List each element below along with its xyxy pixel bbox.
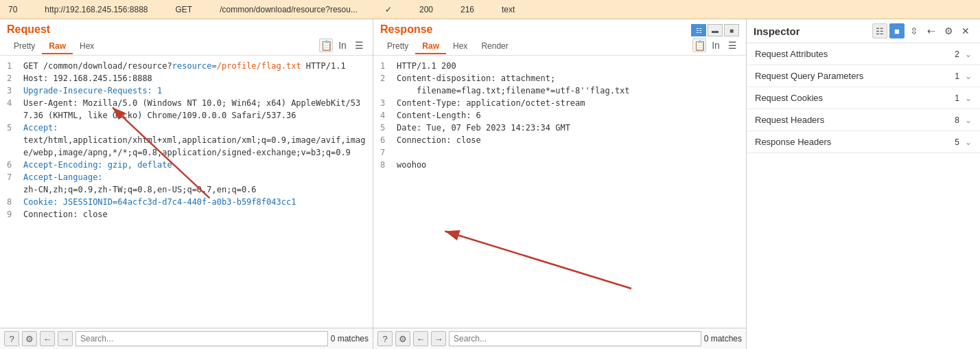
response-line-4: 4 Content-Length: 6 bbox=[380, 109, 739, 122]
inspector-icons: ☷ ■ ⇳ ⇠ ⚙ ✕ bbox=[872, 23, 973, 38]
request-panel-title: Request bbox=[7, 23, 366, 36]
row-host: http://192.168.245.156:8888 bbox=[45, 5, 148, 14]
inspector-close-icon[interactable]: ✕ bbox=[958, 23, 973, 38]
inspector-row-label: Request Query Parameters bbox=[755, 71, 955, 81]
inspector-panel: Inspector ☷ ■ ⇳ ⇠ ⚙ ✕ Request Attributes… bbox=[747, 19, 980, 349]
top-bar: 70 http://192.168.245.156:8888 GET /comm… bbox=[0, 0, 980, 19]
inspector-row-count: 8 bbox=[955, 115, 959, 125]
response-back-icon[interactable]: ← bbox=[413, 331, 428, 346]
view-btn-dots[interactable]: ■ bbox=[724, 24, 739, 36]
request-tab-actions: 📋 ​In ☰ bbox=[319, 38, 366, 55]
request-menu-icon[interactable]: ☰ bbox=[352, 38, 366, 52]
inspector-row-request-attributes[interactable]: Request Attributes 2 ⌄ bbox=[747, 43, 980, 65]
inspector-row-label: Request Cookies bbox=[755, 93, 955, 103]
response-panel: Response ☷ ▬ ■ Pretty Raw Hex Render 📋 I… bbox=[373, 19, 747, 349]
inspector-header: Inspector ☷ ■ ⇳ ⇠ ⚙ ✕ bbox=[747, 19, 980, 43]
response-line-7: 7 bbox=[380, 146, 739, 159]
inspector-row-count: 2 bbox=[955, 49, 959, 59]
inspector-grid-icon[interactable]: ☷ bbox=[872, 23, 887, 38]
inspector-panel-icon[interactable]: ■ bbox=[889, 23, 905, 38]
inspector-row-cookies[interactable]: Request Cookies 1 ⌄ bbox=[747, 87, 980, 109]
response-panel-header: Response ☷ ▬ ■ Pretty Raw Hex Render 📋 I… bbox=[373, 19, 746, 56]
tab-response-pretty[interactable]: Pretty bbox=[380, 39, 415, 54]
request-line-7: 7 Accept-Language: zh-CN,zh;q=0.9,zh-TW;… bbox=[7, 171, 366, 196]
row-path: /common/download/resource?resou... bbox=[220, 5, 358, 14]
response-line-6: 6 Connection: close bbox=[380, 134, 739, 146]
row-id: 70 bbox=[8, 5, 17, 14]
inspector-gear-icon[interactable]: ⚙ bbox=[941, 23, 956, 38]
svg-line-3 bbox=[445, 231, 631, 289]
request-in-icon[interactable]: ​In bbox=[336, 38, 349, 52]
request-line-3: 3 Upgrade-Insecure-Requests: 1 bbox=[7, 85, 366, 97]
row-status: 200 bbox=[419, 5, 433, 14]
tab-request-raw[interactable]: Raw bbox=[42, 39, 73, 54]
main-layout: Request Pretty Raw Hex 📋 ​In ☰ 1 GET /co… bbox=[0, 19, 980, 349]
response-view-toggles: ☷ ▬ ■ bbox=[691, 24, 739, 36]
request-line-2: 2 Host: 192.168.245.156:8888 bbox=[7, 72, 366, 85]
request-line-6: 6 Accept-Encoding: gzip, deflate bbox=[7, 159, 366, 171]
request-forward-icon[interactable]: → bbox=[58, 331, 73, 346]
response-line-1: 1 HTTP/1.1 200 bbox=[380, 60, 739, 72]
request-help-icon[interactable]: ? bbox=[4, 331, 19, 346]
row-check: ✓ bbox=[385, 5, 392, 14]
tab-response-hex[interactable]: Hex bbox=[446, 39, 474, 54]
tab-response-render[interactable]: Render bbox=[474, 39, 515, 54]
response-panel-title: Response bbox=[380, 23, 432, 36]
inspector-title: Inspector bbox=[754, 25, 872, 37]
row-type: text bbox=[502, 5, 515, 14]
view-btn-lines[interactable]: ▬ bbox=[708, 24, 723, 36]
inspector-sort-icon[interactable]: ⇳ bbox=[907, 23, 922, 38]
response-line-5: 5 Date: Tue, 07 Feb 2023 14:23:34 GMT bbox=[380, 122, 739, 134]
chevron-down-icon: ⌄ bbox=[965, 93, 972, 103]
response-forward-icon[interactable]: → bbox=[431, 331, 446, 346]
chevron-down-icon: ⌄ bbox=[965, 49, 972, 59]
tab-request-pretty[interactable]: Pretty bbox=[7, 39, 42, 54]
request-content: 1 GET /common/download/resource?resource… bbox=[0, 56, 373, 328]
response-in-icon[interactable]: In bbox=[709, 38, 723, 52]
chevron-down-icon: ⌄ bbox=[965, 137, 972, 147]
request-search-input[interactable] bbox=[75, 331, 328, 346]
request-tabs: Pretty Raw Hex 📋 ​In ☰ bbox=[7, 38, 366, 55]
response-doc-icon[interactable]: 📋 bbox=[692, 38, 706, 52]
inspector-row-query-params[interactable]: Request Query Parameters 1 ⌄ bbox=[747, 65, 980, 87]
inspector-row-count: 1 bbox=[955, 93, 959, 103]
request-doc-icon[interactable]: 📋 bbox=[319, 38, 333, 52]
response-settings-icon[interactable]: ⚙ bbox=[395, 331, 410, 346]
row-method: GET bbox=[176, 5, 193, 14]
tab-response-raw[interactable]: Raw bbox=[415, 39, 446, 54]
response-help-icon[interactable]: ? bbox=[377, 331, 393, 346]
inspector-row-label: Request Attributes bbox=[755, 49, 955, 59]
response-menu-icon[interactable]: ☰ bbox=[725, 38, 739, 52]
inspector-row-request-headers[interactable]: Request Headers 8 ⌄ bbox=[747, 109, 980, 131]
request-line-8: 8 Cookie: JSESSIONID=64acfc3d-d7c4-440f-… bbox=[7, 196, 366, 208]
request-line-1: 1 GET /common/download/resource?resource… bbox=[7, 60, 366, 72]
inspector-row-response-headers[interactable]: Response Headers 5 ⌄ bbox=[747, 131, 980, 153]
response-tab-actions: 📋 In ☰ bbox=[692, 38, 739, 55]
inspector-row-count: 1 bbox=[955, 71, 959, 81]
view-btn-grid[interactable]: ☷ bbox=[691, 24, 706, 36]
request-back-icon[interactable]: ← bbox=[40, 331, 55, 346]
chevron-down-icon: ⌄ bbox=[965, 115, 972, 125]
response-matches-label: 0 matches bbox=[704, 334, 742, 344]
response-footer: ? ⚙ ← → 0 matches bbox=[373, 328, 746, 349]
response-line-3: 3 Content-Type: application/octet-stream bbox=[380, 97, 739, 109]
row-size: 216 bbox=[460, 5, 474, 14]
chevron-down-icon: ⌄ bbox=[965, 71, 972, 81]
inspector-row-label: Request Headers bbox=[755, 115, 955, 125]
request-settings-icon[interactable]: ⚙ bbox=[22, 331, 37, 346]
request-footer: ? ⚙ ← → 0 matches bbox=[0, 328, 373, 349]
request-panel: Request Pretty Raw Hex 📋 ​In ☰ 1 GET /co… bbox=[0, 19, 373, 349]
response-search-input[interactable] bbox=[449, 331, 701, 346]
inspector-body: Request Attributes 2 ⌄ Request Query Par… bbox=[747, 43, 980, 349]
request-line-4: 4 User-Agent: Mozilla/5.0 (Windows NT 10… bbox=[7, 97, 366, 122]
inspector-row-label: Response Headers bbox=[755, 137, 955, 147]
response-tabs: Pretty Raw Hex Render 📋 In ☰ bbox=[380, 38, 739, 55]
response-content: 1 HTTP/1.1 200 2 Content-disposition: at… bbox=[373, 56, 746, 328]
request-line-9: 9 Connection: close bbox=[7, 208, 366, 221]
response-line-2: 2 Content-disposition: attachment; filen… bbox=[380, 72, 739, 97]
tab-request-hex[interactable]: Hex bbox=[73, 39, 101, 54]
request-matches-label: 0 matches bbox=[331, 334, 369, 344]
inspector-split-icon[interactable]: ⇠ bbox=[924, 23, 939, 38]
inspector-row-count: 5 bbox=[955, 137, 959, 147]
response-line-8: 8 woohoo bbox=[380, 159, 739, 171]
